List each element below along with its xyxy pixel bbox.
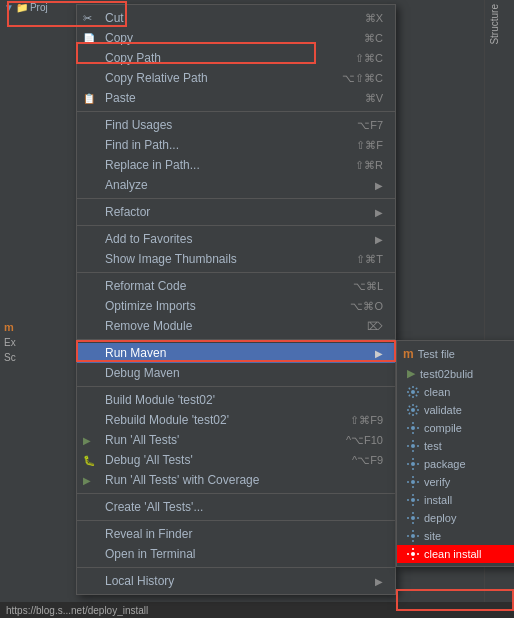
menu-item-debug-maven[interactable]: Debug Maven: [77, 363, 395, 383]
maven-m-badge: m: [403, 347, 414, 361]
copy-path-shortcut: ⇧⌘C: [355, 52, 383, 65]
analyze-label: Analyze: [105, 178, 371, 192]
separator-2: [77, 198, 395, 199]
scratch-label: Sc: [4, 352, 16, 363]
separator-7: [77, 493, 395, 494]
menu-item-run-coverage[interactable]: ▶ Run 'All Tests' with Coverage: [77, 470, 395, 490]
menu-item-paste[interactable]: 📋 Paste ⌘V: [77, 88, 395, 108]
remove-module-label: Remove Module: [105, 319, 347, 333]
svg-point-1: [411, 408, 415, 412]
svg-point-9: [411, 552, 415, 556]
menu-item-run-maven[interactable]: Run Maven ▶: [77, 343, 395, 363]
maven-item-package[interactable]: package: [397, 455, 514, 473]
menu-item-open-terminal[interactable]: Open in Terminal: [77, 544, 395, 564]
menu-item-debug-all-tests[interactable]: 🐛 Debug 'All Tests' ^⌥F9: [77, 450, 395, 470]
debug-all-tests-label: Debug 'All Tests': [105, 453, 332, 467]
gear-icon-test: [407, 440, 419, 452]
maven-item-test[interactable]: test: [397, 437, 514, 455]
find-usages-label: Find Usages: [105, 118, 337, 132]
maven-item-deploy[interactable]: deploy: [397, 509, 514, 527]
menu-item-copy-relative-path[interactable]: Copy Relative Path ⌥⇧⌘C: [77, 68, 395, 88]
maven-validate-label: validate: [424, 404, 462, 416]
menu-item-analyze[interactable]: Analyze ▶: [77, 175, 395, 195]
refactor-arrow: ▶: [375, 207, 383, 218]
svg-point-2: [411, 426, 415, 430]
menu-item-show-thumbnails[interactable]: Show Image Thumbnails ⇧⌘T: [77, 249, 395, 269]
menu-item-build-module[interactable]: Build Module 'test02': [77, 390, 395, 410]
tree-label: Proj: [30, 2, 48, 13]
menu-item-local-history[interactable]: Local History ▶: [77, 571, 395, 591]
maven-build-play-icon: ▶: [407, 367, 415, 380]
maven-item-verify[interactable]: verify: [397, 473, 514, 491]
refactor-label: Refactor: [105, 205, 371, 219]
menu-item-copy[interactable]: 📄 Copy ⌘C: [77, 28, 395, 48]
svg-point-8: [411, 534, 415, 538]
gear-icon-site: [407, 530, 419, 542]
maven-test-file-label: Test file: [418, 348, 455, 360]
separator-9: [77, 567, 395, 568]
paste-shortcut: ⌘V: [365, 92, 383, 105]
maven-clean-label: clean: [424, 386, 450, 398]
maven-item-install[interactable]: install: [397, 491, 514, 509]
gear-icon-compile: [407, 422, 419, 434]
sidebar-tree: ▼ 📁 Proj m Ex Sc: [0, 0, 75, 618]
url-bar: https://blog.s...net/deploy_install: [0, 602, 514, 618]
maven-build-item[interactable]: ▶ test02bulid: [397, 364, 514, 383]
menu-item-reveal-finder[interactable]: Reveal in Finder: [77, 524, 395, 544]
menu-item-remove-module[interactable]: Remove Module ⌦: [77, 316, 395, 336]
maven-build-label: test02bulid: [420, 368, 473, 380]
optimize-imports-label: Optimize Imports: [105, 299, 330, 313]
svg-point-3: [411, 444, 415, 448]
menu-item-replace-in-path[interactable]: Replace in Path... ⇧⌘R: [77, 155, 395, 175]
find-in-path-shortcut: ⇧⌘F: [356, 139, 383, 152]
menu-item-run-all-tests[interactable]: ▶ Run 'All Tests' ^⌥F10: [77, 430, 395, 450]
menu-item-refactor[interactable]: Refactor ▶: [77, 202, 395, 222]
maven-item-clean[interactable]: clean: [397, 383, 514, 401]
folder-icon: 📁: [16, 2, 28, 13]
maven-item-site[interactable]: site: [397, 527, 514, 545]
show-thumbnails-shortcut: ⇧⌘T: [356, 253, 383, 266]
menu-item-cut[interactable]: ✂ Cut ⌘X: [77, 8, 395, 28]
gear-icon-clean: [407, 386, 419, 398]
menu-item-create-all-tests[interactable]: Create 'All Tests'...: [77, 497, 395, 517]
separator-6: [77, 386, 395, 387]
separator-1: [77, 111, 395, 112]
add-favorites-label: Add to Favorites: [105, 232, 371, 246]
menu-item-copy-path[interactable]: Copy Path ⇧⌘C: [77, 48, 395, 68]
url-text: https://blog.s...net/deploy_install: [6, 605, 148, 616]
reformat-shortcut: ⌥⌘L: [353, 280, 383, 293]
open-terminal-label: Open in Terminal: [105, 547, 383, 561]
gear-icon-install: [407, 494, 419, 506]
copy-shortcut: ⌘C: [364, 32, 383, 45]
gear-icon-deploy: [407, 512, 419, 524]
rebuild-module-label: Rebuild Module 'test02': [105, 413, 330, 427]
local-history-arrow: ▶: [375, 576, 383, 587]
maven-item-clean-install[interactable]: clean install: [397, 545, 514, 563]
menu-item-find-in-path[interactable]: Find in Path... ⇧⌘F: [77, 135, 395, 155]
reformat-label: Reformat Code: [105, 279, 333, 293]
maven-verify-label: verify: [424, 476, 450, 488]
menu-item-reformat[interactable]: Reformat Code ⌥⌘L: [77, 276, 395, 296]
maven-submenu-header: m Test file: [397, 344, 514, 364]
find-in-path-label: Find in Path...: [105, 138, 336, 152]
maven-item-validate[interactable]: validate: [397, 401, 514, 419]
copy-doc-icon: 📄: [83, 33, 95, 44]
rebuild-module-shortcut: ⇧⌘F9: [350, 414, 383, 427]
svg-point-0: [411, 390, 415, 394]
menu-item-find-usages[interactable]: Find Usages ⌥F7: [77, 115, 395, 135]
maven-item-compile[interactable]: compile: [397, 419, 514, 437]
run-maven-label: Run Maven: [105, 346, 371, 360]
coverage-icon-area: ▶: [83, 475, 91, 486]
gear-icon-clean-install: [407, 548, 419, 560]
cut-label: Cut: [105, 11, 345, 25]
menu-item-rebuild-module[interactable]: Rebuild Module 'test02' ⇧⌘F9: [77, 410, 395, 430]
svg-point-6: [411, 498, 415, 502]
tree-item-sc: Sc: [0, 350, 75, 365]
paste-icon-area: 📋: [83, 93, 95, 104]
menu-item-optimize-imports[interactable]: Optimize Imports ⌥⌘O: [77, 296, 395, 316]
run-coverage-label: Run 'All Tests' with Coverage: [105, 473, 383, 487]
maven-clean-install-label: clean install: [424, 548, 481, 560]
menu-item-add-favorites[interactable]: Add to Favorites ▶: [77, 229, 395, 249]
optimize-imports-shortcut: ⌥⌘O: [350, 300, 383, 313]
debug-tests-icon-area: 🐛: [83, 455, 95, 466]
